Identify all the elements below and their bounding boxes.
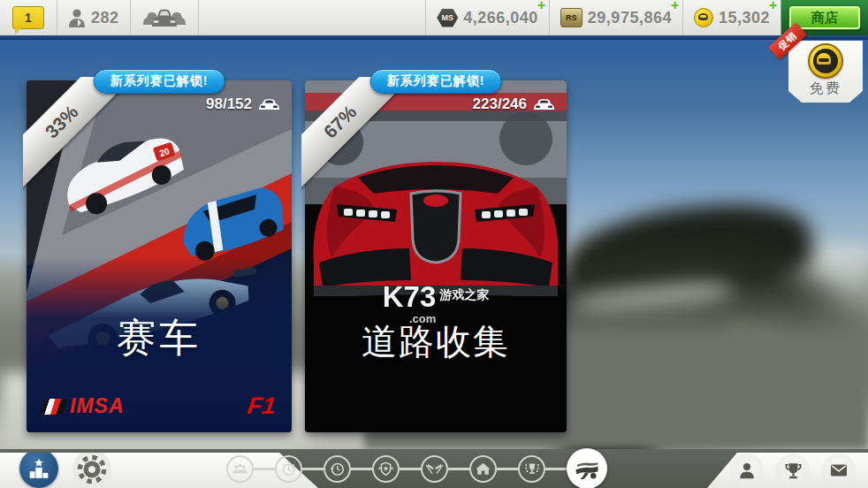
progress-value: 33%: [23, 77, 131, 191]
plus-icon: ✚: [671, 1, 679, 11]
shield-star-icon: [377, 461, 394, 477]
car-icon: [258, 98, 280, 111]
nav-connector: [351, 468, 372, 470]
imsa-wordmark: IMSA: [70, 394, 125, 418]
nav-connector: [497, 468, 518, 470]
trophies-button[interactable]: [776, 454, 810, 487]
bottom-bar: [0, 449, 868, 488]
car-count: 223/246: [473, 95, 555, 113]
nav-team-button[interactable]: [226, 455, 254, 483]
free-label: 免费: [810, 80, 841, 98]
unlock-banner: 新系列赛已解锁!: [370, 69, 502, 94]
bottom-right-panel: [707, 453, 868, 488]
nav-connector: [302, 468, 324, 470]
home-icon: [475, 461, 491, 477]
laurel-trophy-icon: [523, 460, 541, 477]
nav-road-collection-button[interactable]: [567, 448, 607, 488]
ms-currency-icon: MS: [437, 9, 458, 27]
car-count: 98/152: [206, 95, 280, 113]
nav-connector: [545, 468, 567, 470]
nav-special-events-button[interactable]: [372, 455, 400, 483]
shop-section: 商店 促销: [780, 0, 868, 35]
profile-icon: [737, 461, 757, 480]
rs-currency-icon: RS: [560, 8, 582, 27]
car-icon: [533, 98, 555, 111]
progress-ribbon: 33%: [23, 77, 138, 192]
plus-icon: ✚: [537, 1, 545, 11]
driver-icon: [68, 8, 86, 27]
car-count-value: 98/152: [206, 95, 252, 113]
nav-connector: [254, 468, 275, 470]
card-title: 道路收集: [305, 317, 567, 366]
rs-currency-value: 29,975,864: [588, 9, 672, 27]
series-card-road-collection[interactable]: 67% 新系列赛已解锁! 223/246 K73 .com 游戏之家 道路: [305, 80, 567, 432]
nav-connector: [400, 468, 421, 470]
nav-connector: [448, 468, 469, 470]
imsa-flag-icon: [40, 399, 68, 415]
messages-button[interactable]: [822, 454, 856, 487]
series-card-racing[interactable]: 20: [27, 80, 292, 432]
trophy-icon: [783, 461, 803, 481]
topbar-divider: [0, 35, 868, 40]
clock-history-icon: [329, 461, 346, 477]
podium-icon: [27, 457, 50, 480]
crossed-flags-icon: [426, 461, 443, 477]
standings-button[interactable]: [19, 449, 58, 488]
series-logos: IMSA F1: [42, 393, 276, 420]
nav-championship-button[interactable]: [518, 455, 545, 483]
mail-icon: [828, 460, 849, 481]
imsa-logo: IMSA: [42, 394, 125, 418]
garage-button[interactable]: [131, 0, 199, 35]
watermark-sitename: 游戏之家: [439, 287, 489, 303]
plus-icon: ✚: [769, 1, 777, 11]
progress-ribbon: 67%: [301, 77, 416, 192]
gold-currency[interactable]: 15,302 ✚: [682, 0, 780, 35]
f1-logo: F1: [246, 393, 278, 420]
card-title: 赛车: [27, 312, 292, 364]
nav-home-button[interactable]: [469, 455, 497, 483]
stopwatch-icon: [280, 461, 297, 477]
nav-history-button[interactable]: [324, 455, 351, 483]
top-bar: 1 282 MS 4,266: [0, 0, 868, 35]
profile-button[interactable]: [730, 454, 764, 487]
car-count-value: 223/246: [473, 95, 527, 113]
main-scene: 免费 ▲ 20: [0, 40, 868, 449]
game-screen: 1 282 MS 4,266: [0, 0, 868, 488]
gear-icon: [75, 453, 109, 486]
ms-badge-label: MS: [442, 13, 454, 22]
game-mode-nav: [226, 449, 607, 488]
rs-badge-label: RS: [566, 13, 577, 22]
road-collection-icon: [574, 455, 600, 482]
rs-currency[interactable]: RS 29,975,864 ✚: [549, 0, 682, 35]
notification-badge-icon: 1: [12, 6, 44, 29]
driver-level-value: 282: [91, 9, 119, 27]
progress-value: 67%: [301, 77, 409, 191]
notification-button[interactable]: 1: [0, 0, 57, 35]
gold-helmet-coin-icon: [808, 43, 843, 79]
gold-coin-icon: [694, 8, 713, 27]
garage-cars-icon: [141, 7, 187, 28]
gold-currency-value: 15,302: [719, 9, 770, 27]
driver-level-button[interactable]: 282: [57, 0, 131, 35]
team-icon: [232, 461, 248, 477]
unlock-banner: 新系列赛已解锁!: [94, 69, 225, 94]
settings-button[interactable]: [72, 450, 111, 488]
ms-currency-value: 4,266,040: [463, 9, 538, 27]
nav-race-flags-button[interactable]: [421, 455, 448, 483]
free-reward-panel[interactable]: 免费 ▲: [788, 41, 863, 103]
nav-time-trial-button[interactable]: [275, 455, 302, 483]
topbar-spacer: [199, 0, 426, 35]
ms-currency[interactable]: MS 4,266,040 ✚: [425, 0, 549, 35]
notification-count: 1: [25, 11, 32, 25]
watermark-k73: K73: [383, 280, 437, 313]
